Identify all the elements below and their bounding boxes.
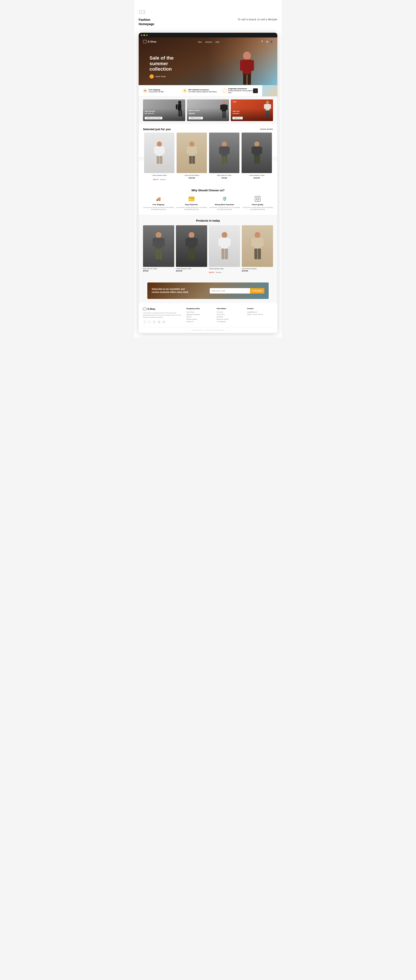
product-name-0: T-Shirt Summer Vibos (144, 174, 174, 176)
today-image-0 (143, 225, 174, 267)
why-text-3: Lorem ipsum is simply dummy text of the … (242, 207, 273, 210)
svg-point-6 (178, 101, 181, 104)
product-person-2 (209, 132, 239, 173)
footer-link-newsletter[interactable]: Newsletter (217, 316, 243, 318)
today-price-3: $119.99 (242, 270, 273, 272)
view-all-button[interactable]: VIEW ALL (233, 117, 242, 119)
footer-link-gift[interactable]: Gift Cards (217, 311, 243, 313)
today-card-0[interactable]: Basic Slim Fit T-Shirt $79.99 (143, 225, 174, 274)
feature-satisfied-title: 99% Satisfied Customers (188, 89, 217, 91)
hero-section: E-Shop Men Women Kids 🔍 🛍 👤 Sale of the … (139, 38, 277, 85)
nav-item-women[interactable]: Women (206, 40, 212, 43)
today-card-1[interactable]: Loose Textured T-Shirt $119.99 (176, 225, 207, 274)
features-wrapper: 📦 Free Shipping On purchase over $80 😊 9… (139, 85, 277, 96)
today-person-svg-1 (184, 232, 199, 260)
search-icon[interactable]: 🔍 (261, 40, 264, 43)
page-number: 03 (139, 9, 277, 16)
nav-item-kids[interactable]: Kids (215, 40, 220, 43)
svg-rect-48 (189, 197, 194, 199)
svg-point-52 (156, 232, 161, 238)
footer-link-contact[interactable]: Contact Us (186, 321, 212, 322)
sale-badge: -15% (232, 101, 237, 103)
feature-satisfied-desc: Our clients' opinions speak for themselv… (188, 91, 217, 93)
instagram-icon[interactable]: ig (157, 320, 161, 324)
facebook-icon[interactable]: f (143, 320, 147, 324)
product-image-3 (242, 132, 272, 173)
why-title-2: Money-Back Guarantee (209, 204, 240, 205)
products-next-arrow[interactable]: → (273, 156, 277, 161)
product-card-1[interactable]: Loose Knit 3/4 Sleeve $119.99 (175, 132, 208, 181)
today-card-3[interactable]: Loose Knit 3/4 Sleeve $119.99 (242, 225, 273, 274)
today-name-0: Basic Slim Fit T-Shirt (143, 268, 174, 269)
svg-point-23 (157, 142, 162, 147)
footer-link-member[interactable]: Become a member (217, 318, 243, 320)
nav-logo: E-Shop (143, 40, 156, 43)
footer-link-order-status[interactable]: Order Status (186, 311, 212, 313)
product-card-2[interactable]: Basic Slim Fit T-Shirt $79.99 (208, 132, 241, 181)
cat-card-basic-tshirts[interactable]: Basic t-shirts $29.99 MORE DETAILS (187, 99, 229, 121)
linkedin-icon[interactable]: in (153, 320, 156, 324)
cat-card-new-arrivals[interactable]: New arrivals are now in! SHOW COLLECTION (143, 99, 185, 121)
youtube-icon[interactable]: yt (162, 320, 166, 324)
svg-rect-61 (194, 238, 198, 246)
why-text-0: Lorem ipsum is simply dummy text of the … (143, 207, 174, 210)
next-arrow[interactable]: → (253, 88, 258, 93)
today-name-2: T-Shirt Summer Vibos (209, 268, 240, 269)
svg-rect-65 (221, 238, 228, 249)
product-price-3: $119.99 (242, 177, 272, 179)
today-name-1: Loose Textured T-Shirt (176, 268, 207, 269)
twitter-icon[interactable]: t (148, 320, 151, 324)
svg-point-64 (222, 232, 227, 238)
svg-point-35 (222, 142, 227, 147)
footer-email[interactable]: shop@idk8.com (247, 311, 273, 313)
footer-brand: E-Shop Lorem ipsum is simply dummy text … (143, 308, 182, 323)
browser-bar (139, 33, 277, 38)
svg-rect-40 (225, 156, 227, 164)
product-old-price-0: $119.99 (160, 179, 165, 180)
prev-arrow[interactable]: ← (247, 88, 252, 93)
svg-rect-28 (160, 156, 162, 164)
cart-icon[interactable]: 🛍 (266, 40, 268, 43)
footer-link-payment[interactable]: Payment Options (186, 318, 212, 320)
footer-link-returns[interactable]: Returns (186, 316, 212, 318)
today-card-2[interactable]: T-Shirt Summer Vibos $89.99 $119.99 (209, 225, 240, 274)
svg-rect-46 (257, 156, 260, 164)
category-section: New arrivals are now in! SHOW COLLECTION… (139, 96, 277, 124)
feature-shipping-title: Free Shipping (149, 89, 164, 91)
cat-new-content: New arrivals are now in! SHOW COLLECTION (143, 108, 185, 121)
footer-bottom: DESIGN BY DXY CO. · 2018. ALL RIGHTS RES… (143, 327, 273, 331)
footer-link-find-store[interactable]: Find in store (217, 314, 243, 315)
page-title: Fashion Homepage (139, 18, 154, 26)
svg-rect-34 (192, 156, 195, 164)
user-icon[interactable]: 👤 (270, 40, 273, 43)
show-more-link[interactable]: SHOW MORE (260, 128, 273, 130)
newsletter-subscribe-button[interactable]: SUBSCRIBE (250, 288, 265, 294)
footer-logo-text: E-Shop (148, 308, 155, 310)
footer-col-contact: Contact shop@idk8.com Hotline: +49 131 5… (247, 308, 273, 323)
footer-shopping-list: Order Status Shipping and Delivery Retur… (186, 311, 212, 322)
svg-rect-62 (188, 248, 191, 259)
products-prev-arrow[interactable]: ← (139, 156, 143, 161)
today-title: Products in today (143, 219, 273, 222)
footer-col-info: Information Gift Cards Find in store New… (217, 308, 243, 323)
browser-min-dot (143, 35, 145, 36)
product-card-0[interactable]: -25% T-Shirt Summer V (143, 132, 175, 181)
more-details-button[interactable]: MORE DETAILS (189, 117, 203, 119)
show-collection-button[interactable]: SHOW COLLECTION (145, 117, 162, 119)
today-person-2 (209, 225, 240, 267)
footer-col-shopping: Shopping online Order Status Shipping an… (186, 308, 212, 323)
svg-rect-33 (189, 156, 192, 164)
person-svg-1 (186, 142, 198, 164)
cat-sale-label: Sale this summer (233, 110, 271, 115)
browser-max-dot (146, 35, 148, 36)
newsletter-email-input[interactable] (210, 288, 250, 294)
footer-link-tax[interactable]: Tax Handbook (217, 321, 243, 322)
product-image-1 (177, 132, 207, 173)
cat-card-sale[interactable]: -15% Sale this summer VIEW ALL (231, 99, 273, 121)
footer-link-shipping[interactable]: Shipping and Delivery (186, 314, 212, 315)
shop-now-button[interactable]: SHOP NOW (156, 76, 166, 77)
nav-item-men[interactable]: Men (198, 40, 202, 43)
product-card-3[interactable]: Loose Textured T-Shirt $119.99 (241, 132, 273, 181)
cat-basic-price: $29.99 (189, 113, 228, 115)
product-name-1: Loose Knit 3/4 Sleeve (177, 174, 207, 176)
